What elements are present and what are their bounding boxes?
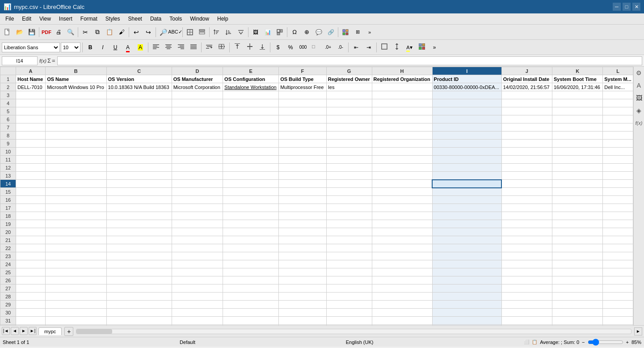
cell-L10[interactable]: [603, 148, 633, 156]
cell-F27[interactable]: [279, 284, 327, 293]
cell-F17[interactable]: [279, 204, 327, 212]
cell-L17[interactable]: [603, 204, 633, 212]
cell-J30[interactable]: [501, 309, 552, 317]
cell-H16[interactable]: [372, 196, 432, 204]
cell-I3[interactable]: [432, 91, 501, 99]
col-header-G[interactable]: G: [326, 67, 372, 75]
cell-E27[interactable]: [223, 284, 279, 293]
cell-L26[interactable]: [603, 276, 633, 284]
row-header-7[interactable]: 7: [0, 123, 16, 132]
cell-E21[interactable]: [223, 236, 279, 244]
cell-D31[interactable]: [172, 317, 223, 325]
cell-G12[interactable]: [326, 164, 372, 172]
cell-D32[interactable]: [172, 325, 223, 326]
cell-B32[interactable]: [46, 325, 106, 326]
cell-F19[interactable]: [279, 220, 327, 228]
cell-H28[interactable]: [372, 293, 432, 301]
export-pdf-button[interactable]: PDF: [41, 26, 52, 38]
cell-L4[interactable]: [603, 99, 633, 107]
italic-button[interactable]: I: [97, 42, 109, 53]
function-wizard-button[interactable]: f(x): [39, 58, 46, 64]
styles-list-button[interactable]: [416, 42, 428, 53]
col-header-L[interactable]: L: [603, 67, 633, 75]
cell-D2[interactable]: Microsoft Corporation: [172, 83, 223, 91]
cell-H3[interactable]: [372, 91, 432, 99]
cell-C20[interactable]: [106, 228, 172, 236]
cell-I29[interactable]: [432, 301, 501, 309]
row-header-12[interactable]: 12: [0, 164, 16, 172]
cell-G26[interactable]: [326, 276, 372, 284]
cell-E15[interactable]: [223, 188, 279, 196]
cell-L15[interactable]: [603, 188, 633, 196]
align-top-button[interactable]: [232, 42, 243, 53]
cell-A15[interactable]: [16, 188, 46, 196]
cell-A31[interactable]: [16, 317, 46, 325]
copy-button[interactable]: ⧉: [92, 26, 103, 38]
cell-K9[interactable]: [552, 140, 603, 148]
sheet-container[interactable]: A B C D E F G H I J K L 1 Hos: [0, 67, 633, 325]
cell-A17[interactable]: [16, 204, 46, 212]
cell-G20[interactable]: [326, 228, 372, 236]
cell-B13[interactable]: [46, 172, 106, 180]
cell-I23[interactable]: [432, 252, 501, 260]
cell-C10[interactable]: [106, 148, 172, 156]
cell-B4[interactable]: [46, 99, 106, 107]
cell-H22[interactable]: [372, 244, 432, 252]
cell-B9[interactable]: [46, 140, 106, 148]
cell-F1[interactable]: OS Build Type: [279, 75, 327, 83]
cell-C2[interactable]: 10.0.18363 N/A Build 18363: [106, 83, 172, 91]
row-header-19[interactable]: 19: [0, 220, 16, 228]
cell-I1[interactable]: Product ID: [432, 75, 501, 83]
cell-E9[interactable]: [223, 140, 279, 148]
cell-F12[interactable]: [279, 164, 327, 172]
cell-A19[interactable]: [16, 220, 46, 228]
navigator-side-icon[interactable]: ◈: [635, 106, 644, 115]
thousands-button[interactable]: 000: [297, 42, 309, 53]
cell-B25[interactable]: [46, 268, 106, 276]
cell-F11[interactable]: [279, 156, 327, 164]
cell-A32[interactable]: [16, 325, 46, 326]
cell-H26[interactable]: [372, 276, 432, 284]
cell-L25[interactable]: [603, 268, 633, 276]
cell-D30[interactable]: [172, 309, 223, 317]
properties-icon[interactable]: ⚙: [635, 68, 644, 77]
align-middle-button[interactable]: [244, 42, 256, 53]
cell-E26[interactable]: [223, 276, 279, 284]
cell-A27[interactable]: [16, 284, 46, 293]
scroll-right-button[interactable]: ►: [634, 327, 642, 335]
cell-A10[interactable]: [16, 148, 46, 156]
cell-H32[interactable]: [372, 325, 432, 326]
col-header-A[interactable]: A: [16, 67, 46, 75]
cell-G18[interactable]: [326, 212, 372, 220]
cell-D14[interactable]: [172, 180, 223, 188]
cell-F24[interactable]: [279, 260, 327, 268]
align-center-button[interactable]: [163, 42, 174, 53]
cell-K22[interactable]: [552, 244, 603, 252]
cell-A11[interactable]: [16, 156, 46, 164]
cell-A24[interactable]: [16, 260, 46, 268]
cell-E11[interactable]: [223, 156, 279, 164]
cell-E32[interactable]: [223, 325, 279, 326]
cell-I21[interactable]: [432, 236, 501, 244]
cell-C1[interactable]: OS Version: [106, 75, 172, 83]
cell-K24[interactable]: [552, 260, 603, 268]
cell-J11[interactable]: [501, 156, 552, 164]
cell-K7[interactable]: [552, 123, 603, 132]
highlight-button[interactable]: A: [135, 42, 146, 53]
cell-E20[interactable]: [223, 228, 279, 236]
sort-asc-button[interactable]: [211, 26, 223, 38]
cell-K28[interactable]: [552, 293, 603, 301]
indent-more-button[interactable]: ⇥: [363, 42, 375, 53]
cell-J26[interactable]: [501, 276, 552, 284]
row-header-16[interactable]: 16: [0, 196, 16, 204]
cell-F28[interactable]: [279, 293, 327, 301]
cell-B11[interactable]: [46, 156, 106, 164]
cell-D21[interactable]: [172, 236, 223, 244]
cell-I10[interactable]: [432, 148, 501, 156]
cell-E25[interactable]: [223, 268, 279, 276]
cell-G21[interactable]: [326, 236, 372, 244]
menu-file[interactable]: File: [2, 15, 17, 23]
cell-L14[interactable]: [603, 180, 633, 188]
cell-J3[interactable]: [501, 91, 552, 99]
align-bottom-button[interactable]: [257, 42, 268, 53]
